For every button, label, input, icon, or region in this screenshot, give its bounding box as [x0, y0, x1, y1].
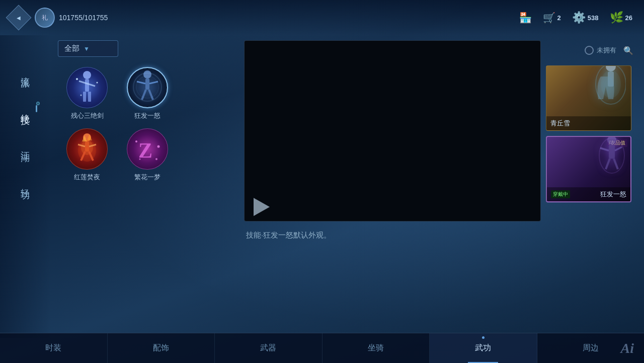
currency1-icon: ⚙️ [572, 11, 586, 24]
currency2-value: 26 [625, 14, 632, 22]
nav-item-zuoji[interactable]: 坐骑 [323, 333, 430, 363]
dropdown-arrow-icon: ▼ [84, 45, 90, 52]
active-dot [482, 336, 485, 339]
skin-card-label-kuangfa2: 穿戴中 狂发一怒 [547, 187, 630, 201]
avatar: 礼 [35, 8, 55, 28]
nav-item-wugong[interactable]: 武功 [430, 333, 537, 363]
skin-card-label-qingqiu: 青丘雪 [546, 116, 631, 130]
unowned-label: 未拥有 [597, 46, 616, 55]
svg-point-29 [139, 159, 141, 160]
svg-rect-1 [85, 79, 89, 92]
skin-card-kuangfa2[interactable]: /衣品值 穿戴中 狂发一怒 [546, 136, 631, 202]
skin-card-image-kuangfa2: /衣品值 [547, 137, 630, 187]
svg-point-5 [76, 78, 78, 80]
svg-line-10 [137, 82, 145, 84]
right-panel: 未拥有 🔍 [546, 40, 636, 328]
top-right-icons: 🏪 🛒 2 ⚙️ 538 🌿 26 [515, 9, 636, 26]
filter-row: 全部 ▼ [58, 40, 239, 57]
skin-card-image-qingqiu [546, 66, 631, 116]
toggle-circle-icon [585, 46, 594, 55]
svg-rect-4 [88, 92, 91, 102]
svg-line-37 [600, 148, 609, 151]
fanhua-figure: Z [127, 129, 168, 169]
skill-item-honglian[interactable]: 红莲焚夜 [62, 128, 112, 182]
sidebar-item-liupai[interactable]: 流派 [17, 65, 33, 78]
currency2-icon: 🌿 [610, 11, 623, 24]
qingqiu-figure [586, 66, 626, 116]
back-button[interactable] [8, 7, 30, 29]
cart-icon: 🛒 [543, 12, 555, 24]
nav-item-wuqi[interactable]: 武器 [215, 333, 323, 363]
right-panel-header: 未拥有 🔍 [546, 40, 636, 60]
skill-icon-honglian [66, 128, 108, 170]
svg-point-6 [97, 82, 98, 84]
skills-panel: 全部 ▼ [58, 40, 239, 328]
currency1-value: 538 [588, 14, 599, 22]
skill-item-fanhua[interactable]: Z 繁花一梦 [122, 128, 173, 182]
cart-count: 2 [557, 14, 561, 22]
character-hp: 101755/101755 [59, 14, 108, 22]
currency2-group[interactable]: 🌿 26 [606, 9, 636, 26]
left-sidebar: 流派 绝技 ⚙ 江湖 轻功 [0, 35, 50, 338]
skill-name-kuangfa: 狂发一怒 [134, 111, 160, 120]
back-icon [6, 5, 32, 31]
svg-rect-36 [609, 144, 615, 159]
svg-text:Z: Z [138, 139, 152, 162]
skin-card-qingqiu[interactable]: 青丘雪 [546, 65, 631, 131]
skill-name-fanhua: 繁花一梦 [134, 173, 160, 182]
wearing-badge: 穿戴中 [551, 190, 570, 198]
shop-icon: 🏪 [519, 12, 532, 24]
svg-point-27 [135, 140, 137, 142]
nav-item-shizhuang[interactable]: 时装 [0, 333, 108, 363]
svg-point-34 [601, 70, 621, 98]
search-button[interactable]: 🔍 [620, 42, 636, 58]
skill-name-honglian: 红莲焚夜 [74, 173, 100, 182]
svg-point-0 [83, 71, 91, 79]
honglian-figure [67, 129, 107, 169]
dot-icon: ⚙ [35, 101, 40, 108]
svg-point-19 [81, 140, 93, 155]
skin-name-kuangfa2: 狂发一怒 [600, 190, 626, 199]
sidebar-item-jianghu[interactable]: 江湖 [17, 140, 33, 152]
svg-line-39 [606, 159, 610, 169]
sidebar-item-qinggong[interactable]: 轻功 [17, 177, 33, 189]
skin-name-qingqiu: 青丘雪 [550, 119, 570, 128]
filter-dropdown[interactable]: 全部 ▼ [58, 40, 118, 57]
sidebar-item-juejji[interactable]: 绝技 ⚙ [17, 103, 33, 115]
character-info: 礼 101755/101755 [35, 8, 108, 28]
svg-rect-9 [145, 79, 149, 90]
nav-item-peishi[interactable]: 配饰 [108, 333, 215, 363]
cart-group[interactable]: 🛒 2 [539, 10, 565, 26]
search-icon: 🔍 [623, 46, 633, 55]
unowned-toggle[interactable]: 未拥有 [585, 46, 616, 55]
currency1-group[interactable]: ⚙️ 538 [568, 9, 603, 26]
bottom-nav: 时装 配饰 武器 坐骑 武功 周边 [0, 333, 644, 363]
nav-item-zhoubian[interactable]: 周边 [537, 333, 645, 363]
filter-label: 全部 [64, 44, 79, 53]
svg-rect-3 [83, 92, 86, 102]
kuangfa2-figure [588, 137, 625, 187]
skills-grid: 残心三绝剑 [58, 63, 239, 186]
svg-point-8 [143, 70, 151, 79]
svg-line-40 [614, 159, 618, 169]
video-area[interactable] [244, 40, 541, 222]
skill-name-canjian: 残心三绝剑 [71, 111, 104, 120]
top-bar: 礼 101755/101755 🏪 🛒 2 ⚙️ 538 🌿 26 [0, 0, 644, 35]
svg-point-30 [155, 158, 157, 160]
skill-item-kuangfa[interactable]: 狂发一怒 [122, 67, 173, 120]
skill-item-canjian[interactable]: 残心三绝剑 [62, 67, 112, 120]
svg-line-11 [149, 82, 158, 84]
canjian-figure [67, 67, 107, 108]
preview-panel: 技能·狂发一怒默认外观。 [244, 40, 541, 328]
shop-group[interactable]: 🏪 [515, 10, 536, 26]
skill-icon-kuangfa [127, 67, 168, 108]
skill-description: 技能·狂发一怒默认外观。 [244, 227, 541, 244]
svg-line-38 [615, 147, 622, 151]
svg-point-7 [80, 95, 82, 96]
play-button[interactable] [254, 198, 270, 216]
skill-icon-fanhua: Z [127, 128, 168, 170]
svg-point-28 [157, 146, 160, 148]
main-content: 全部 ▼ [50, 35, 644, 333]
skill-icon-canjian [66, 67, 108, 108]
video-controls [251, 198, 270, 216]
